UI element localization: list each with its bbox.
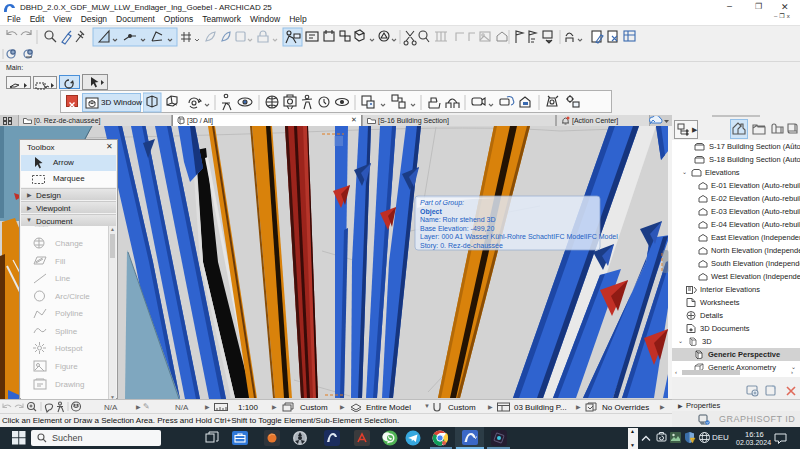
svg-text:!: ! [692, 438, 693, 443]
svg-text:Part of Group:: Part of Group: [420, 199, 464, 207]
svg-text:Base Elevation: -499,20: Base Elevation: -499,20 [420, 225, 494, 232]
svg-text:Story: 0. Rez-de-chaussée: Story: 0. Rez-de-chaussée [420, 242, 503, 250]
svg-text:Layer: 000 A1 Wasser Kühl-Rohr: Layer: 000 A1 Wasser Kühl-Rohre SchachtI… [420, 233, 618, 241]
svg-text:Name: Rohr stehend 3D: Name: Rohr stehend 3D [420, 216, 495, 223]
svg-text:Object: Object [420, 208, 442, 216]
